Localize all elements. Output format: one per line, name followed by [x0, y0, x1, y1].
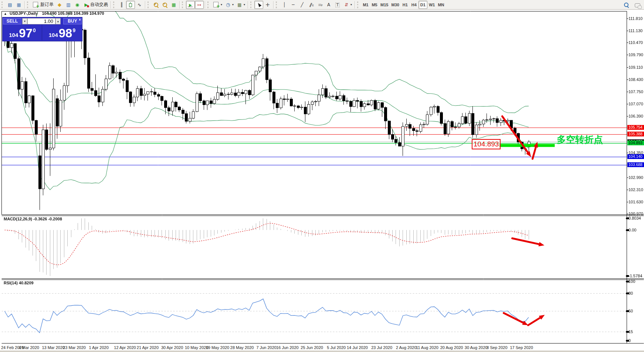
- buy-price-button[interactable]: 104 98 9: [43, 25, 82, 40]
- zoom-in-icon: +: [153, 2, 159, 8]
- chevron-down-icon: ▾: [232, 3, 234, 6]
- text-button[interactable]: [324, 1, 333, 9]
- trendline-button[interactable]: [298, 1, 306, 9]
- volume-decrease-button[interactable]: ▼: [22, 18, 27, 24]
- text-icon: [326, 2, 332, 8]
- rsi-axis-label: 80: [628, 291, 633, 295]
- vertical-line-button[interactable]: [280, 1, 289, 9]
- cursor-button[interactable]: [254, 1, 263, 9]
- crosshair-button[interactable]: [263, 1, 272, 9]
- terminal-icon: [65, 2, 71, 8]
- time-axis[interactable]: 24 Feb 20204 Mar 202013 Mar 202023 Mar 2…: [0, 343, 644, 351]
- button-label: M1: [363, 3, 368, 7]
- timeframe-M15-button[interactable]: M15: [379, 1, 390, 9]
- arrows-button[interactable]: ▾: [342, 1, 353, 9]
- auto-scroll-button[interactable]: [186, 1, 195, 9]
- sell-button[interactable]: SELL: [3, 18, 21, 24]
- button-label: M30: [391, 3, 399, 7]
- chat-icon: [635, 3, 640, 7]
- macd-axis-label: 0.8034: [628, 216, 641, 220]
- price-level-badge: 103.688: [627, 162, 644, 167]
- one-click-trading-panel: SELL ▼ ▲ BUY 104 97 0 104 98 9 ▲: [3, 17, 82, 41]
- chat-button[interactable]: [633, 1, 642, 9]
- bar-chart-button[interactable]: [117, 1, 126, 9]
- horizontal-line-button[interactable]: [289, 1, 298, 9]
- arrows-icon: [343, 2, 349, 8]
- chart-shift-button[interactable]: [195, 1, 204, 9]
- metaeditor-icon: [57, 2, 62, 8]
- candlestick-chart-button[interactable]: [126, 1, 135, 9]
- price-axis-label: 111.810: [628, 16, 643, 21]
- new-order-button[interactable]: 新订单: [31, 1, 55, 9]
- date-axis-label: 1 Apr 2020: [89, 345, 109, 350]
- indicators-button[interactable]: ▾: [211, 1, 224, 9]
- sell-price-button[interactable]: 104 97 0: [3, 25, 42, 40]
- auto-scroll-icon: [187, 2, 193, 8]
- volume-increase-button[interactable]: ▲: [55, 18, 61, 24]
- macd-axis-label: 0.00: [628, 228, 636, 232]
- main-toolbar: 新订单自动交易+−▾▾▾▾M1M5M15M30H1H4D1W1MN: [0, 0, 644, 10]
- line-chart-button[interactable]: [135, 1, 144, 9]
- volume-input[interactable]: [27, 18, 55, 24]
- zoom-out-button[interactable]: −: [160, 1, 169, 9]
- price-chart-canvas[interactable]: [0, 10, 644, 352]
- symbol-period-label: USDJPY-,Daily: [10, 11, 38, 16]
- price-level-badge: 104.893: [627, 141, 644, 145]
- ask-big-figure: 104: [49, 32, 58, 38]
- templates-button[interactable]: ▾: [235, 1, 247, 9]
- button-label: H1: [403, 3, 408, 7]
- button-label: W1: [429, 3, 435, 7]
- chevron-down-icon: ▾: [221, 3, 222, 6]
- date-axis-label: 30 Apr 2020: [161, 345, 183, 350]
- zoom-in-button[interactable]: +: [152, 1, 160, 9]
- search-button[interactable]: [622, 1, 631, 9]
- timeframe-H1-button[interactable]: H1: [401, 1, 410, 9]
- date-axis-label: 14 Jul 2020: [347, 345, 368, 350]
- bar-chart-icon: [119, 2, 125, 8]
- timeframe-M1-button[interactable]: M1: [361, 1, 370, 9]
- autotrading-button[interactable]: 自动交易: [82, 1, 109, 9]
- date-axis-label: 16 Jun 2020: [276, 345, 299, 350]
- date-axis-label: 2 Aug 2020: [396, 345, 417, 350]
- rsi-axis-label: 0: [628, 338, 631, 343]
- collapse-panel-icon[interactable]: ▲: [4, 12, 7, 16]
- button-label: 新订单: [40, 1, 54, 8]
- search-icon: [623, 2, 629, 8]
- date-axis-label: 10 May 2020: [185, 345, 209, 350]
- mt4-terminal: { "toolbar": { "new_order_label": "新订单",…: [0, 0, 644, 352]
- date-axis-label: 23 Mar 2020: [63, 345, 86, 350]
- macd-axis-label: -1.5784: [628, 274, 642, 278]
- indicators-icon: [213, 2, 218, 7]
- timeframe-W1-button[interactable]: W1: [427, 1, 437, 9]
- timeframe-M5-button[interactable]: M5: [370, 1, 379, 9]
- panel-collapse-icon[interactable]: ▲: [78, 18, 81, 21]
- fibonacci-button[interactable]: [315, 1, 324, 9]
- timeframe-M30-button[interactable]: M30: [390, 1, 400, 9]
- date-axis-label: 5 Jul 2020: [327, 345, 346, 350]
- cursor-icon: [256, 2, 262, 8]
- tile-windows-button[interactable]: [169, 1, 178, 9]
- price-axis-label: 109.110: [628, 65, 643, 70]
- data-window-button[interactable]: [14, 1, 23, 9]
- metaeditor-button[interactable]: [55, 1, 64, 9]
- timeframe-D1-button[interactable]: D1: [418, 1, 427, 9]
- turning-point-label[interactable]: 多空转折点: [557, 133, 603, 146]
- strategy-tester-button[interactable]: [73, 1, 82, 9]
- price-axis-label: 110.470: [628, 40, 643, 45]
- price-level-badge: 105.754: [627, 125, 644, 130]
- date-axis-label: 7 Jun 2020: [257, 345, 277, 350]
- market-watch-icon: [7, 2, 13, 8]
- periods-button[interactable]: ▾: [224, 1, 235, 9]
- price-level-text-box[interactable]: 104.893: [472, 139, 501, 149]
- text-label-button[interactable]: [333, 1, 342, 9]
- date-axis-label: 23 Jul 2020: [371, 345, 392, 350]
- market-watch-button[interactable]: [6, 1, 14, 9]
- terminal-button[interactable]: [64, 1, 73, 9]
- autotrading-icon: [83, 2, 89, 8]
- date-axis-label: 13 Mar 2020: [42, 345, 65, 350]
- timeframe-MN-button[interactable]: MN: [436, 1, 445, 9]
- equidistant-channel-button[interactable]: [306, 1, 315, 9]
- date-axis-label: 4 Mar 2020: [18, 345, 39, 350]
- timeframe-H4-button[interactable]: H4: [410, 1, 418, 9]
- chevron-down-icon: ▾: [244, 3, 245, 6]
